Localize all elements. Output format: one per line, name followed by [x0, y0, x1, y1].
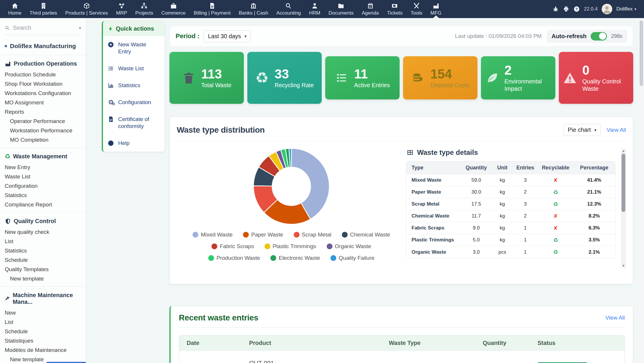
- sidebar-item-list[interactable]: List: [5, 318, 81, 327]
- sidebar-item-mo-assignment[interactable]: MO Assignment: [5, 98, 81, 107]
- sidebar-item-schedule[interactable]: Schedule: [5, 255, 81, 265]
- recent-view-all-link[interactable]: View All: [606, 315, 625, 321]
- factory-icon: [5, 61, 11, 67]
- quick-action-waste-list[interactable]: Waste List: [103, 60, 164, 77]
- sidebar-item-statistics[interactable]: Statistics: [5, 191, 81, 200]
- nav-item-billing-payment[interactable]: Billing | Payment: [190, 0, 235, 18]
- page-scrollbar[interactable]: [639, 18, 644, 363]
- legend-item-quality-failure[interactable]: Quality Failure: [330, 255, 374, 261]
- quick-action-help[interactable]: ?Help: [103, 135, 164, 152]
- legend-item-plastic-trimmings[interactable]: Plastic Trimmings: [265, 243, 316, 250]
- sidebar-item-new-entry[interactable]: New Entry: [5, 163, 81, 172]
- nav-right-cluster: ? 22.0.4 Doliflex ▾: [552, 0, 644, 18]
- kpi-card-active-entries[interactable]: 11Active Entries: [325, 56, 400, 99]
- quick-action-certificate-of-conformity[interactable]: Certificate of conformity: [103, 111, 164, 135]
- sidebar-item-production-schedule[interactable]: Production Schedule: [5, 70, 81, 79]
- search-dropdown-icon[interactable]: ▾: [79, 25, 81, 31]
- quick-action-configuration[interactable]: ⚙⚙Configuration: [103, 94, 164, 111]
- table-row-plastic-trimmings[interactable]: Plastic Trimmings5.0kg1♻3.5%: [406, 234, 615, 246]
- details-scrollbar[interactable]: ▲ ▼: [621, 148, 626, 268]
- company-row[interactable]: Doliflex Manufacturing: [0, 35, 86, 55]
- legend-item-chemical-waste[interactable]: Chemical Waste: [342, 232, 390, 238]
- table-row-organic-waste[interactable]: Organic Waste3.0pcs1♻2.1%: [406, 246, 615, 258]
- kpi-card-environmental-impact[interactable]: 2Environmental Impact: [481, 56, 555, 99]
- nav-item-tools[interactable]: Tools: [407, 0, 426, 18]
- nav-item-label: Products | Services: [65, 10, 108, 16]
- page-scrollbar-thumb[interactable]: [640, 20, 643, 86]
- sidebar-item-operator-performance[interactable]: Operator Performance: [5, 117, 81, 126]
- avatar[interactable]: [602, 4, 612, 14]
- nav-item-home[interactable]: Home: [4, 0, 25, 18]
- nav-item-mrp[interactable]: MRP: [112, 0, 131, 18]
- kpi-card-quality-control-waste[interactable]: 0Quality Control Waste: [559, 52, 633, 104]
- nav-item-accounting[interactable]: Accounting: [272, 0, 305, 18]
- cell-c-type: Paper Waste: [406, 189, 461, 195]
- nav-item-third-parties[interactable]: Third parties: [25, 0, 61, 18]
- sidebar-item-new[interactable]: New: [5, 308, 81, 318]
- search-input[interactable]: [13, 24, 68, 31]
- scroll-up-arrow-icon[interactable]: ▲: [621, 148, 626, 153]
- legend-item-paper-waste[interactable]: Paper Waste: [243, 232, 283, 238]
- table-row-fabric-scraps[interactable]: Fabric Scraps9.0kg1✘6.3%: [406, 222, 615, 234]
- quick-action-statistics[interactable]: Statistics: [103, 77, 164, 94]
- auto-refresh-control: Auto-refresh 298s: [547, 30, 627, 43]
- sidebar-item-new-template[interactable]: New template: [5, 274, 81, 283]
- sidebar-item-statistiques[interactable]: Statistiques: [5, 336, 81, 346]
- sidebar-item-quality-templates[interactable]: Quality Templates: [5, 265, 81, 274]
- sidebar-item-list[interactable]: List: [5, 237, 81, 246]
- table-row-chemical-waste[interactable]: Chemical Waste11.7kg2✘8.2%: [406, 210, 615, 222]
- scroll-down-arrow-icon[interactable]: ▼: [621, 263, 626, 268]
- legend-item-scrap-metal[interactable]: Scrap Metal: [294, 232, 331, 238]
- nav-item-projects[interactable]: Projects: [131, 0, 157, 18]
- recent-entry-row[interactable]: 03/24/2026OUT-001Raccord en laiton récup…: [179, 350, 624, 363]
- auto-refresh-toggle[interactable]: [591, 32, 607, 41]
- nav-item-agenda[interactable]: Agenda: [358, 0, 383, 18]
- nav-item-label: HRM: [309, 10, 321, 16]
- legend-item-production-waste[interactable]: Production Waste: [208, 255, 260, 261]
- column-header-quantity: Quantity: [461, 165, 492, 171]
- help-icon[interactable]: ?: [573, 6, 580, 12]
- nav-item-products-services[interactable]: Products | Services: [61, 0, 112, 18]
- period-select[interactable]: Last 30 days ▾: [204, 30, 251, 42]
- sidebar-item-schedule[interactable]: Schedule: [5, 327, 81, 336]
- nav-item-hrm[interactable]: HRM: [305, 0, 325, 18]
- cell-c-type: Scrap Metal: [406, 201, 461, 207]
- legend-item-mixed-waste[interactable]: Mixed Waste: [192, 232, 232, 238]
- table-row-mixed-waste[interactable]: Mixed Waste59.0kg3✘41.4%: [406, 174, 615, 186]
- table-grid-icon: [407, 149, 414, 156]
- sidebar-item-workstation-performance[interactable]: Workstation Performance: [5, 126, 81, 135]
- sidebar-item-new-quality-check[interactable]: New quality check: [5, 227, 81, 237]
- nav-item-mfg[interactable]: MFG: [426, 0, 446, 18]
- sidebar-item-waste-list[interactable]: Waste List: [5, 172, 81, 181]
- user-menu[interactable]: Doliflex ▾: [616, 6, 636, 12]
- kpi-value: 113: [201, 67, 232, 81]
- nav-item-tickets[interactable]: Tickets: [383, 0, 407, 18]
- kpi-card-disposal-costs[interactable]: 154Disposal Costs: [403, 56, 477, 99]
- nav-item-documents[interactable]: Documents: [324, 0, 358, 18]
- sidebar-item-statistics[interactable]: Statistics: [5, 246, 81, 255]
- bug-icon[interactable]: [552, 6, 559, 12]
- printer-icon[interactable]: [563, 6, 569, 12]
- legend-item-fabric-scraps[interactable]: Fabric Scraps: [211, 243, 254, 250]
- chart-type-select[interactable]: Pie chart ▾: [564, 124, 601, 136]
- legend-item-electronic-waste[interactable]: Electronic Waste: [270, 255, 320, 261]
- kpi-card-total-waste[interactable]: 113Total Waste: [169, 52, 244, 104]
- kpi-card-recycling-rate[interactable]: ♻33Recycling Rate: [247, 52, 322, 104]
- quick-action-new-waste-entry[interactable]: New Waste Entry: [103, 36, 164, 60]
- sidebar-item-mo-completion[interactable]: MO Completion: [5, 135, 81, 145]
- nav-item-label: Banks | Cash: [239, 10, 268, 16]
- table-row-paper-waste[interactable]: Paper Waste30.0kg2♻21.1%: [406, 186, 615, 198]
- nav-item-banks-cash[interactable]: Banks | Cash: [235, 0, 272, 18]
- sidebar-item-shop-floor-workstation[interactable]: Shop Floor Workstation: [5, 79, 81, 89]
- sidebar-item-workstations-configuration[interactable]: Workstations Configuration: [5, 89, 81, 98]
- distribution-view-all-link[interactable]: View All: [607, 127, 626, 133]
- sidebar-item-mod-les-de-maintenance[interactable]: Modèles de Maintenance: [5, 346, 81, 355]
- legend-item-organic-waste[interactable]: Organic Waste: [327, 243, 371, 250]
- nav-item-commerce[interactable]: Commerce: [157, 0, 190, 18]
- table-row-scrap-metal[interactable]: Scrap Metal17.5kg3♻12.3%: [406, 198, 615, 210]
- sidebar-item-configuration[interactable]: Configuration: [5, 181, 81, 191]
- scrollbar-thumb[interactable]: [622, 154, 625, 212]
- legend-dot-icon: [265, 243, 270, 249]
- sidebar-item-compliance-report[interactable]: Compliance Report: [5, 200, 81, 209]
- sidebar-item-reports[interactable]: Reports: [5, 107, 81, 117]
